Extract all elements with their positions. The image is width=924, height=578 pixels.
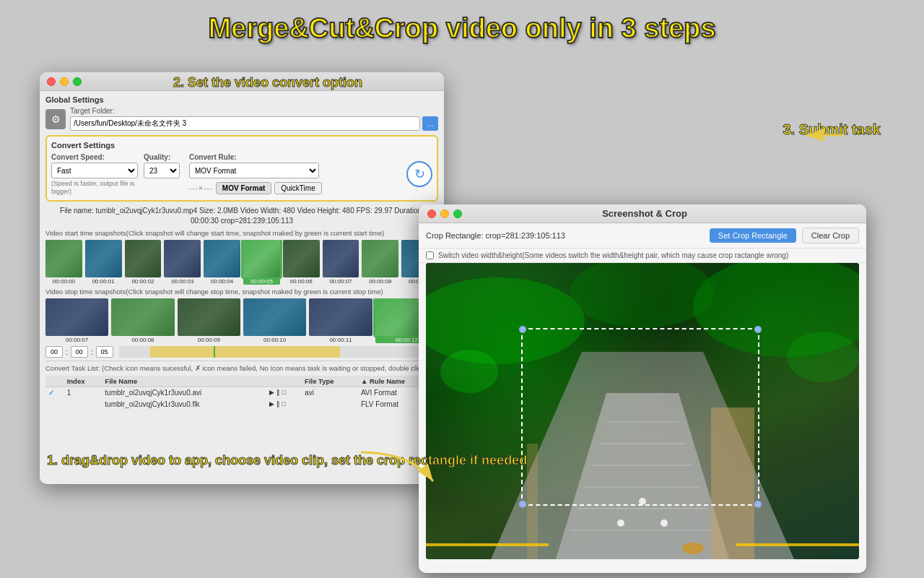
main-title: Merge&Cut&Crop video only in 3 steps xyxy=(0,0,924,44)
crop-controls-bar: Crop Rectangle: crop=281:239:105:113 Set… xyxy=(419,223,866,249)
crop-handle-tr[interactable] xyxy=(754,326,762,333)
col-filename: File Name xyxy=(102,376,266,387)
task-check-1: ✓ xyxy=(45,387,64,398)
crop-window-title: Screenshot & Crop xyxy=(602,208,687,219)
switch-checkbox[interactable] xyxy=(426,251,434,259)
step1-annotation: 1. drag&drop video to app, choose video … xyxy=(47,453,527,468)
col-controls xyxy=(266,376,302,387)
svg-point-5 xyxy=(440,350,498,393)
stop-thumb-7[interactable] xyxy=(45,298,108,336)
file-info-bar: File name: tumblr_oi2uvqjCyk1r3uvu0.mp4 … xyxy=(45,206,438,226)
task-row-2[interactable]: tumblr_oi2uvqjCyk1r3uvu0.flk ▶ ‖ □ FLV F… xyxy=(45,398,438,410)
snap-time-2: 00:00:02 xyxy=(125,278,162,285)
crop-window: Screenshot & Crop Crop Rectangle: crop=2… xyxy=(419,204,866,573)
snap-time-1: 00:00:01 xyxy=(85,278,122,285)
start-snapshot-label: Video start time snapshots(Click snapsho… xyxy=(45,229,438,238)
stop-thumb-8[interactable] xyxy=(111,298,174,336)
start-snapshot-row: 00:00:00 00:00:01 00:00:02 00:00:03 00:0… xyxy=(45,240,438,285)
col-index: Index xyxy=(64,376,103,387)
crop-close-button[interactable] xyxy=(427,210,436,218)
rule-separator: ---×--- xyxy=(189,184,213,192)
task-controls-2[interactable]: ▶ ‖ □ xyxy=(266,398,302,410)
task-index-2 xyxy=(64,398,103,410)
crop-rect-label: Crop Rectangle: crop=281:239:105:113 xyxy=(426,231,704,240)
task-table: Index File Name File Type ▲ Rule Name ✓ … xyxy=(45,376,438,410)
step2-annotation: 2. Set the video convert option xyxy=(173,75,362,90)
time-hour-input[interactable] xyxy=(45,346,63,358)
snapshot-thumb-6[interactable] xyxy=(283,240,320,277)
snapshot-thumb-0[interactable] xyxy=(45,240,82,277)
snap-time-7: 00:00:07 xyxy=(323,278,359,285)
switch-row: Switch video width&height(Some videos sw… xyxy=(419,249,866,263)
stop-snapshot-section: Video stop time snapshots(Click snapshot… xyxy=(45,288,438,343)
crop-handle-br[interactable] xyxy=(754,501,762,508)
time-sec-input[interactable] xyxy=(96,346,113,358)
task-controls-1[interactable]: ▶ ‖ □ xyxy=(266,387,302,398)
snapshot-thumb-4[interactable] xyxy=(204,240,240,277)
snapshot-thumb-2[interactable] xyxy=(125,240,162,277)
convert-settings-title: Convert Settings xyxy=(51,141,432,150)
stop-time-8: 00:00:08 xyxy=(111,337,174,343)
mov-format-button[interactable]: MOV Format xyxy=(216,182,271,194)
step3-arrow xyxy=(803,124,846,149)
svg-point-6 xyxy=(787,332,859,382)
task-type-1: avi xyxy=(302,387,358,398)
svg-point-19 xyxy=(682,543,704,554)
snap-time-6: 00:00:06 xyxy=(283,278,320,285)
task-name-2: tumblr_oi2uvqjCyk1r3uvu0.flk xyxy=(102,398,266,410)
crop-handle-tl[interactable] xyxy=(519,326,526,333)
folder-browse-button[interactable]: … xyxy=(422,116,438,131)
start-snapshot-section: Video start time snapshots(Click snapsho… xyxy=(45,229,438,285)
stop-time-11: 00:00:11 xyxy=(309,337,372,343)
col-filetype: File Type xyxy=(302,376,358,387)
crop-traffic-lights xyxy=(427,210,462,218)
snapshot-thumb-8[interactable] xyxy=(362,240,398,277)
task-list-label: Convert Task List: (Check icon means suc… xyxy=(45,364,438,373)
clear-crop-button[interactable]: Clear Crop xyxy=(802,228,859,243)
snap-time-0: 00:00:00 xyxy=(45,278,82,285)
set-crop-rectangle-button[interactable]: Set Crop Rectangle xyxy=(710,228,796,243)
folder-path-input[interactable] xyxy=(70,116,420,131)
task-list-section: Convert Task List: (Check icon means suc… xyxy=(45,361,438,410)
snapshot-thumb-5[interactable] xyxy=(243,240,280,277)
quality-select[interactable]: 23 18 28 xyxy=(144,163,180,178)
task-table-header-row: Index File Name File Type ▲ Rule Name xyxy=(45,376,438,387)
gear-icon[interactable]: ⚙ xyxy=(45,109,66,129)
speed-select[interactable]: Fast Medium Slow xyxy=(51,163,138,178)
crop-titlebar: Screenshot & Crop xyxy=(419,204,866,223)
crop-rectangle-overlay[interactable] xyxy=(521,328,759,506)
crop-handle-bl[interactable] xyxy=(519,501,526,508)
crop-minimize-button[interactable] xyxy=(440,210,449,218)
stop-thumb-10[interactable] xyxy=(243,298,306,336)
maximize-button[interactable] xyxy=(73,77,82,86)
target-folder-label: Target Folder: xyxy=(70,107,438,115)
snap-time-5: 00:00:05 xyxy=(243,278,280,285)
time-input-row: : : xyxy=(45,346,438,358)
video-preview xyxy=(426,263,859,559)
stop-thumb-11[interactable] xyxy=(309,298,372,336)
time-min-input[interactable] xyxy=(71,346,88,358)
task-check-2 xyxy=(45,398,64,410)
quality-label: Quality: xyxy=(144,153,183,161)
global-settings-label: Global Settings xyxy=(45,95,438,104)
close-button[interactable] xyxy=(47,77,56,86)
stop-thumb-9[interactable] xyxy=(178,298,240,336)
quicktime-button[interactable]: QuickTime xyxy=(274,182,321,194)
stop-time-7: 00:00:07 xyxy=(45,337,108,343)
snap-time-4: 00:00:04 xyxy=(204,278,240,285)
task-name-1: tumblr_oi2uvqjCyk1r3uvu0.avi xyxy=(102,387,266,398)
traffic-lights xyxy=(47,77,82,86)
refresh-button[interactable]: ↻ xyxy=(406,161,432,187)
rule-select[interactable]: MOV Format AVI Format FLV Format xyxy=(189,163,319,178)
snapshot-thumb-7[interactable] xyxy=(323,240,359,277)
snapshot-thumb-3[interactable] xyxy=(164,240,201,277)
svg-point-4 xyxy=(570,263,715,328)
rule-label: Convert Rule: xyxy=(189,153,396,161)
stop-time-10: 00:00:10 xyxy=(243,337,306,343)
task-row-1[interactable]: ✓ 1 tumblr_oi2uvqjCyk1r3uvu0.avi ▶ ‖ □ a… xyxy=(45,387,438,398)
crop-maximize-button[interactable] xyxy=(453,210,462,218)
minimize-button[interactable] xyxy=(60,77,69,86)
stop-time-9: 00:00:09 xyxy=(178,337,240,343)
snapshot-thumb-1[interactable] xyxy=(85,240,122,277)
time-sep1: : xyxy=(66,348,68,356)
